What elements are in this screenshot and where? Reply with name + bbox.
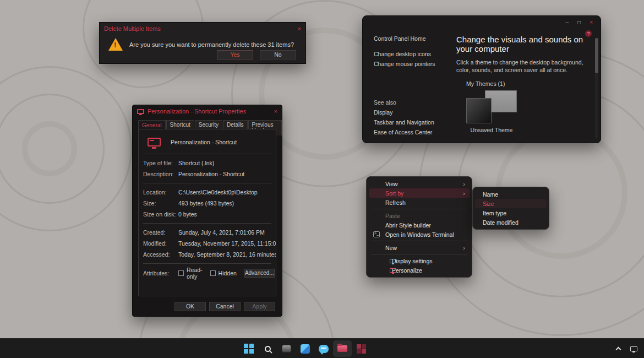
control-panel-window: – □ × ? Control Panel Home Change deskto… [362, 15, 601, 143]
close-icon[interactable]: × [590, 19, 593, 25]
taskbar [0, 338, 644, 358]
theme-preview-dark [466, 98, 492, 123]
field-row: Size:493 bytes (493 bytes) [143, 198, 271, 209]
taskbar-app-file-explorer[interactable] [333, 340, 352, 357]
properties-titlebar[interactable]: Personalization - Shortcut Properties × [133, 105, 282, 117]
chat-icon [319, 345, 329, 353]
yes-button[interactable]: Yes [217, 50, 253, 59]
warning-icon [108, 38, 123, 51]
sidebar-item-display[interactable]: Display [374, 107, 434, 117]
control-panel-main: Change the visuals and sounds on your co… [456, 35, 601, 133]
sidebar-item-change-desktop-icons[interactable]: Change desktop icons [374, 49, 435, 59]
control-panel-sidebar: Control Panel Home Change desktop icons … [374, 34, 435, 69]
search-icon [265, 346, 271, 352]
submenu-item-name[interactable]: Name [475, 189, 547, 199]
start-button[interactable] [239, 340, 258, 357]
menu-separator [371, 254, 467, 254]
context-menu: View › Sort by › Refresh Paste Abrir Sty… [366, 176, 472, 278]
menu-item-open-windows-terminal[interactable]: Open in Windows Terminal [369, 230, 470, 239]
sidebar-item-change-mouse-pointers[interactable]: Change mouse pointers [374, 59, 435, 69]
see-also-header: See also [374, 97, 434, 107]
file-icon [148, 138, 161, 147]
minimize-icon[interactable]: – [566, 19, 569, 25]
see-also-section: See also Display Taskbar and Navigation … [374, 97, 434, 137]
theme-caption: Unsaved Theme [464, 127, 519, 133]
general-tab-page: Personalization - Shortcut Type of file:… [138, 129, 276, 296]
menu-item-paste[interactable]: Paste [369, 211, 470, 220]
delete-dialog: Delete Multiple Items × Are you sure you… [99, 22, 306, 64]
dialog-message: Are you sure you want to permanently del… [129, 41, 294, 48]
chevron-right-icon: › [463, 190, 465, 197]
delete-dialog-titlebar[interactable]: Delete Multiple Items × [100, 23, 305, 35]
field-row: Size on disk:0 bytes [143, 209, 271, 220]
menu-item-refresh[interactable]: Refresh [369, 198, 470, 207]
menu-item-abrir-style-builder[interactable]: Abrir Style builder [369, 220, 470, 230]
sidebar-item-ease-of-access[interactable]: Ease of Access Center [374, 127, 434, 137]
menu-item-new[interactable]: New › [369, 243, 470, 252]
taskbar-app-style-builder[interactable] [352, 340, 370, 357]
attributes-label: Attributes: [143, 270, 178, 276]
hidden-checkbox[interactable] [210, 270, 216, 276]
close-icon[interactable]: × [274, 108, 277, 115]
submenu-item-item-type[interactable]: Item type [475, 208, 547, 218]
field-row: Created:Sunday, July 4, 2021, 7:01:06 PM [143, 227, 271, 238]
menu-item-personalize[interactable]: Personalize [369, 265, 470, 275]
page-description: Click a theme to change the desktop back… [456, 58, 588, 74]
close-icon[interactable]: × [298, 25, 301, 32]
taskbar-app-gallery[interactable] [277, 340, 296, 357]
page-title: Change the visuals and sounds on your co… [456, 35, 597, 54]
attributes-row: Attributes: Read-only Hidden Advanced... [143, 267, 271, 279]
sidebar-item-taskbar-navigation[interactable]: Taskbar and Navigation [374, 117, 434, 127]
sidebar-item-control-panel-home[interactable]: Control Panel Home [374, 34, 435, 44]
widgets-icon [301, 344, 310, 354]
chevron-right-icon: › [463, 245, 465, 251]
ok-button[interactable]: OK [174, 302, 206, 311]
menu-separator [371, 209, 467, 209]
maximize-icon[interactable]: □ [577, 19, 581, 25]
submenu-item-date-modified[interactable]: Date modified [475, 218, 547, 227]
field-row: Type of file:Shortcut (.lnk) [143, 158, 271, 169]
properties-window: Personalization - Shortcut Properties × … [132, 105, 282, 317]
field-row: Accessed:Today, September 8, 2021, 16 mi… [143, 249, 271, 260]
field-row: Modified:Tuesday, November 17, 2015, 11:… [143, 238, 271, 249]
terminal-icon [373, 231, 380, 237]
my-themes-label: My Themes (1) [466, 80, 601, 87]
field-row: Description:Personalization - Shortcut [143, 169, 271, 180]
folder-icon [337, 345, 347, 352]
tray-monitor-icon[interactable] [630, 346, 637, 351]
sort-by-submenu: Name Size Item type Date modified [472, 187, 549, 230]
cancel-button[interactable]: Cancel [209, 302, 241, 311]
field-row: Location:C:\Users\Cle0deskt0p\Desktop [143, 187, 271, 198]
dialog-title: Delete Multiple Items [104, 25, 161, 32]
file-name: Personalization - Shortcut [171, 139, 237, 145]
gallery-icon [282, 345, 291, 352]
chevron-up-icon[interactable] [616, 347, 621, 352]
advanced-button[interactable]: Advanced... [244, 269, 275, 278]
desktop: Delete Multiple Items × Are you sure you… [0, 0, 644, 358]
window-title: Personalization - Shortcut Properties [148, 108, 246, 115]
no-button[interactable]: No [260, 50, 296, 59]
readonly-checkbox[interactable] [178, 270, 184, 276]
chevron-right-icon: › [463, 181, 465, 187]
submenu-item-size[interactable]: Size [475, 199, 547, 208]
menu-separator [371, 241, 467, 241]
windows-start-icon [244, 344, 254, 354]
apply-button[interactable]: Apply [244, 302, 275, 311]
menu-item-display-settings[interactable]: Display settings [369, 256, 470, 265]
style-builder-icon [357, 344, 366, 354]
personalize-icon [390, 268, 396, 273]
taskbar-app-chat[interactable] [314, 340, 333, 357]
system-tray [613, 339, 644, 358]
unsaved-theme-thumbnail[interactable] [466, 90, 517, 123]
taskbar-app-widgets[interactable] [296, 340, 314, 357]
menu-item-sort-by[interactable]: Sort by › [369, 188, 470, 198]
shortcut-icon [137, 109, 144, 114]
menu-item-view[interactable]: View › [369, 179, 470, 188]
search-button[interactable] [258, 340, 277, 357]
display-icon [390, 259, 396, 263]
